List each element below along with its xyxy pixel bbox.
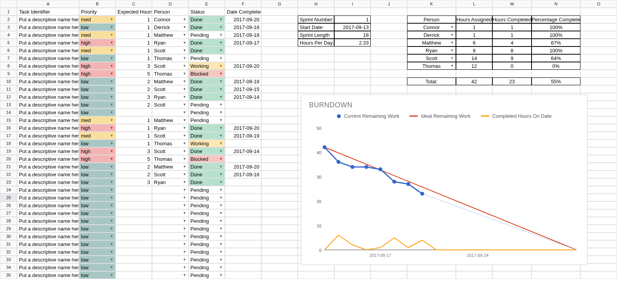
- dropdown-arrow-icon[interactable]: ▼: [182, 141, 187, 146]
- row-header[interactable]: 18: [0, 139, 17, 147]
- dropdown-arrow-icon[interactable]: ▼: [218, 187, 224, 193]
- empty-cell[interactable]: [532, 70, 580, 77]
- task-cell[interactable]: Put a descriptive name here: [17, 248, 79, 256]
- task-cell[interactable]: Put a descriptive name here: [17, 139, 79, 147]
- empty-cell[interactable]: [492, 70, 532, 77]
- task-cell[interactable]: Put a descriptive name here: [17, 31, 79, 39]
- header-hours[interactable]: Expected Hours: [116, 8, 152, 15]
- dropdown-arrow-icon[interactable]: ▼: [109, 17, 114, 22]
- dropdown-arrow-icon[interactable]: ▼: [218, 125, 224, 131]
- empty-cell[interactable]: [371, 85, 407, 93]
- empty-cell[interactable]: [261, 209, 298, 217]
- person-cell[interactable]: Thomas▼: [152, 54, 188, 62]
- priority-cell[interactable]: low▼: [79, 54, 116, 62]
- column-header[interactable]: M: [492, 0, 532, 8]
- summary-completed[interactable]: 8: [492, 46, 532, 54]
- empty-cell[interactable]: [532, 85, 580, 93]
- task-cell[interactable]: Put a descriptive name here: [17, 232, 79, 240]
- person-cell[interactable]: Ryan▼: [152, 93, 188, 101]
- status-cell[interactable]: Pending▼: [188, 271, 225, 279]
- person-cell[interactable]: ▼: [152, 225, 188, 232]
- priority-cell[interactable]: high▼: [79, 124, 116, 132]
- empty-cell[interactable]: [580, 62, 617, 70]
- hours-cell[interactable]: 1: [116, 124, 152, 132]
- task-cell[interactable]: Put a descriptive name here: [17, 23, 79, 31]
- empty-cell[interactable]: [261, 225, 298, 232]
- hours-cell[interactable]: [116, 108, 152, 116]
- row-header[interactable]: 34: [0, 263, 17, 271]
- status-cell[interactable]: Pending▼: [188, 217, 225, 225]
- row-header[interactable]: 4: [0, 31, 17, 39]
- status-cell[interactable]: Done▼: [188, 163, 225, 170]
- person-cell[interactable]: ▼: [152, 194, 188, 201]
- task-cell[interactable]: Put a descriptive name here: [17, 271, 79, 279]
- date-cell[interactable]: [225, 70, 261, 77]
- empty-cell[interactable]: [261, 23, 298, 31]
- dropdown-arrow-icon[interactable]: ▼: [182, 249, 187, 255]
- summary-total[interactable]: 42: [456, 77, 492, 85]
- status-cell[interactable]: Pending▼: [188, 263, 225, 271]
- empty-cell[interactable]: [532, 271, 580, 279]
- status-cell[interactable]: Pending▼: [188, 194, 225, 201]
- task-cell[interactable]: Put a descriptive name here: [17, 46, 79, 54]
- empty-cell[interactable]: [407, 70, 456, 77]
- empty-cell[interactable]: [261, 54, 298, 62]
- dropdown-arrow-icon[interactable]: ▼: [182, 55, 187, 61]
- task-cell[interactable]: Put a descriptive name here: [17, 108, 79, 116]
- summary-percent[interactable]: 0%: [532, 62, 580, 70]
- date-cell[interactable]: [225, 155, 261, 163]
- row-header[interactable]: 30: [0, 232, 17, 240]
- hours-cell[interactable]: 2: [116, 85, 152, 93]
- status-cell[interactable]: Pending▼: [188, 240, 225, 248]
- empty-cell[interactable]: [580, 39, 617, 46]
- row-header[interactable]: 28: [0, 217, 17, 225]
- status-cell[interactable]: Done▼: [188, 124, 225, 132]
- row-header[interactable]: 21: [0, 163, 17, 170]
- priority-cell[interactable]: low▼: [79, 194, 116, 201]
- hours-cell[interactable]: [116, 232, 152, 240]
- dropdown-arrow-icon[interactable]: ▼: [218, 63, 224, 69]
- priority-cell[interactable]: low▼: [79, 240, 116, 248]
- priority-cell[interactable]: med▼: [79, 31, 116, 39]
- dropdown-arrow-icon[interactable]: ▼: [182, 48, 187, 53]
- dropdown-arrow-icon[interactable]: ▼: [109, 125, 114, 131]
- status-cell[interactable]: Pending▼: [188, 209, 225, 217]
- status-cell[interactable]: Done▼: [188, 132, 225, 139]
- dropdown-arrow-icon[interactable]: ▼: [182, 257, 187, 262]
- priority-cell[interactable]: low▼: [79, 108, 116, 116]
- select-all-corner[interactable]: [0, 0, 17, 8]
- empty-cell[interactable]: [261, 77, 298, 85]
- date-cell[interactable]: [225, 186, 261, 194]
- hours-cell[interactable]: [116, 256, 152, 263]
- status-cell[interactable]: Pending▼: [188, 256, 225, 263]
- empty-cell[interactable]: [580, 46, 617, 54]
- status-cell[interactable]: Pending▼: [188, 248, 225, 256]
- summary-total[interactable]: 55%: [532, 77, 580, 85]
- row-header[interactable]: 13: [0, 101, 17, 108]
- summary-assigned[interactable]: 12: [456, 62, 492, 70]
- hours-cell[interactable]: 3: [116, 147, 152, 155]
- dropdown-arrow-icon[interactable]: ▼: [182, 156, 187, 162]
- dropdown-arrow-icon[interactable]: ▼: [109, 48, 114, 53]
- dropdown-arrow-icon[interactable]: ▼: [218, 40, 224, 45]
- row-header[interactable]: 1: [0, 8, 17, 15]
- empty-cell[interactable]: [456, 70, 492, 77]
- hours-cell[interactable]: 3: [116, 62, 152, 70]
- dropdown-arrow-icon[interactable]: ▼: [109, 156, 114, 162]
- empty-cell[interactable]: [532, 8, 580, 15]
- hours-cell[interactable]: [116, 201, 152, 209]
- column-header[interactable]: D: [152, 0, 188, 8]
- task-cell[interactable]: Put a descriptive name here: [17, 217, 79, 225]
- row-header[interactable]: 12: [0, 93, 17, 101]
- empty-cell[interactable]: [580, 77, 617, 85]
- priority-cell[interactable]: high▼: [79, 39, 116, 46]
- hours-cell[interactable]: 2: [116, 163, 152, 170]
- priority-cell[interactable]: low▼: [79, 201, 116, 209]
- summary-person[interactable]: Connor▼: [407, 23, 456, 31]
- dropdown-arrow-icon[interactable]: ▼: [109, 141, 114, 146]
- summary-assigned[interactable]: 8: [456, 46, 492, 54]
- empty-cell[interactable]: [261, 256, 298, 263]
- dropdown-arrow-icon[interactable]: ▼: [449, 32, 455, 38]
- dropdown-arrow-icon[interactable]: ▼: [109, 133, 114, 138]
- dropdown-arrow-icon[interactable]: ▼: [109, 172, 114, 177]
